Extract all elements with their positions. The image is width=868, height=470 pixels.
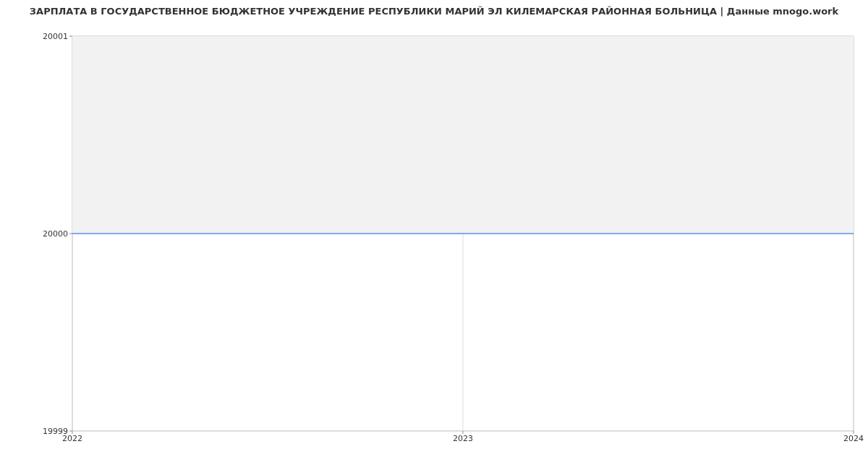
area-fill [72,36,854,234]
salary-chart: ЗАРПЛАТА В ГОСУДАРСТВЕННОЕ БЮДЖЕТНОЕ УЧР… [0,0,868,470]
chart-svg [0,0,868,470]
